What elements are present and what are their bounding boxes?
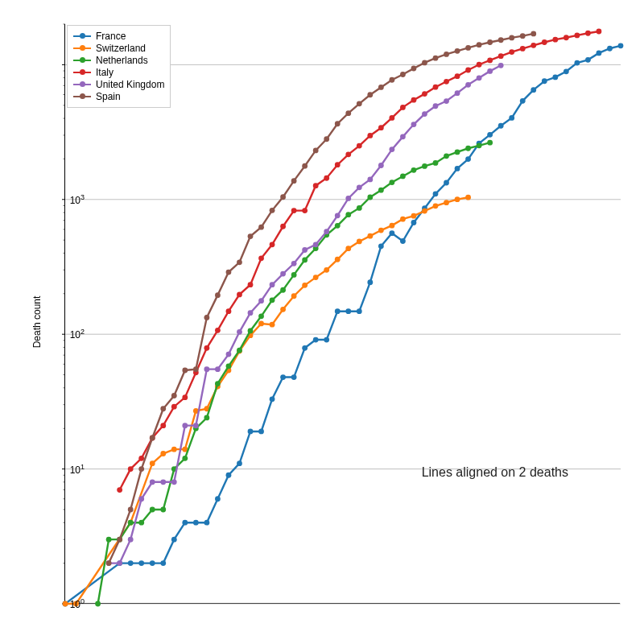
series-point: [248, 282, 254, 287]
series-point: [237, 460, 242, 466]
series-point: [95, 601, 101, 607]
series-point: [270, 396, 275, 402]
series-point: [324, 136, 329, 142]
series-point: [150, 560, 155, 566]
series-point: [302, 283, 308, 288]
series-point: [542, 78, 547, 84]
series-point: [433, 191, 439, 196]
series-point: [465, 68, 471, 73]
series-point: [357, 101, 362, 106]
series-point: [335, 213, 341, 218]
series-point: [411, 66, 417, 72]
series-point: [585, 57, 591, 63]
series-point: [160, 479, 166, 485]
series-point: [106, 560, 112, 566]
series-point: [487, 132, 493, 138]
series-point: [226, 270, 232, 275]
legend-label: France: [96, 31, 126, 42]
series-point: [313, 337, 319, 343]
series-point: [204, 345, 209, 351]
series-point: [313, 147, 319, 153]
series-point: [150, 479, 155, 485]
series-point: [258, 321, 264, 327]
legend-marker: [73, 47, 91, 49]
series-point: [258, 298, 264, 303]
series-point: [313, 183, 319, 188]
series-point: [280, 374, 286, 380]
series-point: [237, 259, 242, 265]
series-point: [455, 166, 460, 171]
series-point: [444, 52, 449, 57]
series-point: [498, 123, 504, 129]
series-point: [520, 33, 526, 39]
series-point: [389, 147, 394, 152]
series-point: [367, 195, 373, 200]
series-point: [258, 225, 264, 230]
series-point: [204, 520, 209, 526]
series-point: [270, 282, 275, 287]
series-point: [444, 180, 449, 186]
legend-item-switzerland: Switzerland: [73, 43, 164, 54]
series-point: [280, 224, 286, 229]
series-point: [258, 429, 264, 435]
series-point: [226, 473, 232, 478]
legend-item-spain: Spain: [73, 91, 164, 102]
chart-svg: [65, 24, 620, 603]
series-point: [291, 178, 297, 184]
series-line-italy: [120, 31, 599, 490]
series-point: [204, 415, 209, 421]
series-point: [280, 271, 286, 277]
series-point: [444, 200, 449, 205]
series-point: [411, 97, 417, 103]
series-point: [335, 162, 341, 167]
series-point: [444, 98, 449, 104]
series-point: [542, 39, 547, 45]
series-line-france: [65, 46, 621, 604]
series-point: [248, 233, 254, 239]
series-point: [270, 208, 275, 213]
series-point: [444, 79, 449, 85]
series-point: [215, 366, 221, 372]
series-point: [422, 208, 427, 214]
series-point: [128, 466, 134, 472]
series-point: [487, 58, 493, 64]
plot-area: [64, 24, 620, 604]
series-point: [182, 394, 188, 400]
series-point: [150, 436, 155, 441]
series-point: [477, 75, 482, 80]
series-point: [455, 73, 460, 79]
legend-marker: [73, 35, 91, 37]
series-point: [345, 110, 351, 116]
series-point: [182, 456, 188, 461]
series-point: [324, 229, 329, 234]
series-point: [302, 247, 308, 253]
series-point: [422, 111, 427, 117]
legend-item-united-kingdom: United Kingdom: [73, 79, 164, 90]
series-point: [291, 261, 297, 266]
series-point: [345, 246, 351, 251]
series-point: [520, 46, 526, 52]
series-point: [389, 77, 394, 83]
series-point: [302, 208, 308, 213]
series-point: [574, 32, 580, 38]
legend-marker: [73, 60, 91, 61]
series-point: [215, 496, 221, 502]
series-point: [335, 308, 341, 314]
series-point: [455, 48, 460, 54]
series-point: [433, 160, 439, 166]
series-point: [215, 328, 221, 333]
series-point: [138, 456, 144, 461]
legend-label: Netherlands: [96, 55, 148, 66]
series-line-switzerland: [65, 197, 469, 604]
series-point: [357, 205, 362, 211]
series-point: [465, 45, 471, 51]
series-point: [182, 423, 188, 428]
series-point: [389, 223, 394, 229]
series-point: [400, 134, 406, 139]
series-point: [422, 60, 427, 66]
series-point: [160, 507, 166, 513]
series-point: [291, 272, 297, 278]
series-point: [226, 363, 232, 369]
series-point: [117, 487, 122, 493]
series-point: [280, 307, 286, 312]
